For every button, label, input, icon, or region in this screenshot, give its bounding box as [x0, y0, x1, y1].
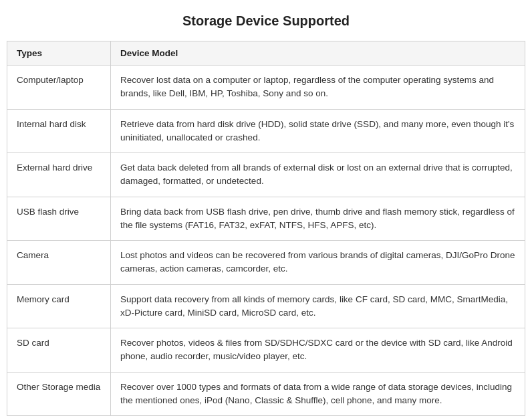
table-row: USB flash driveBring data back from USB … — [7, 197, 525, 241]
row-type: Memory card — [7, 284, 111, 328]
page-wrapper: Storage Device Supported Types Device Mo… — [0, 0, 532, 418]
row-type: SD card — [7, 328, 111, 373]
row-type: Other Storage media — [7, 372, 111, 416]
table-row: Internal hard diskRetrieve data from har… — [7, 109, 525, 153]
table-row: Other Storage mediaRecover over 1000 typ… — [7, 372, 525, 416]
row-description: Retrieve data from hard disk drive (HDD)… — [111, 109, 525, 153]
storage-table: Types Device Model Computer/laptopRecove… — [7, 41, 525, 416]
col-header-types: Types — [7, 41, 111, 66]
row-description: Recover photos, videos & files from SD/S… — [111, 328, 525, 373]
page-title: Storage Device Supported — [7, 13, 525, 29]
row-type: External hard drive — [7, 153, 111, 197]
row-type: USB flash drive — [7, 197, 111, 241]
table-row: Computer/laptopRecover lost data on a co… — [7, 66, 525, 110]
row-type: Internal hard disk — [7, 109, 111, 153]
row-description: Get data back deleted from all brands of… — [111, 153, 525, 197]
row-type: Camera — [7, 241, 111, 285]
col-header-device-model: Device Model — [111, 41, 525, 66]
table-row: Memory cardSupport data recovery from al… — [7, 284, 525, 328]
table-row: CameraLost photos and videos can be reco… — [7, 241, 525, 285]
row-description: Bring data back from USB flash drive, pe… — [111, 197, 525, 241]
table-header-row: Types Device Model — [7, 41, 525, 66]
row-description: Recover lost data on a computer or lapto… — [111, 66, 525, 110]
row-description: Support data recovery from all kinds of … — [111, 284, 525, 328]
table-row: SD cardRecover photos, videos & files fr… — [7, 328, 525, 373]
row-type: Computer/laptop — [7, 66, 111, 110]
row-description: Lost photos and videos can be recovered … — [111, 241, 525, 285]
table-row: External hard driveGet data back deleted… — [7, 153, 525, 197]
row-description: Recover over 1000 types and formats of d… — [111, 372, 525, 416]
